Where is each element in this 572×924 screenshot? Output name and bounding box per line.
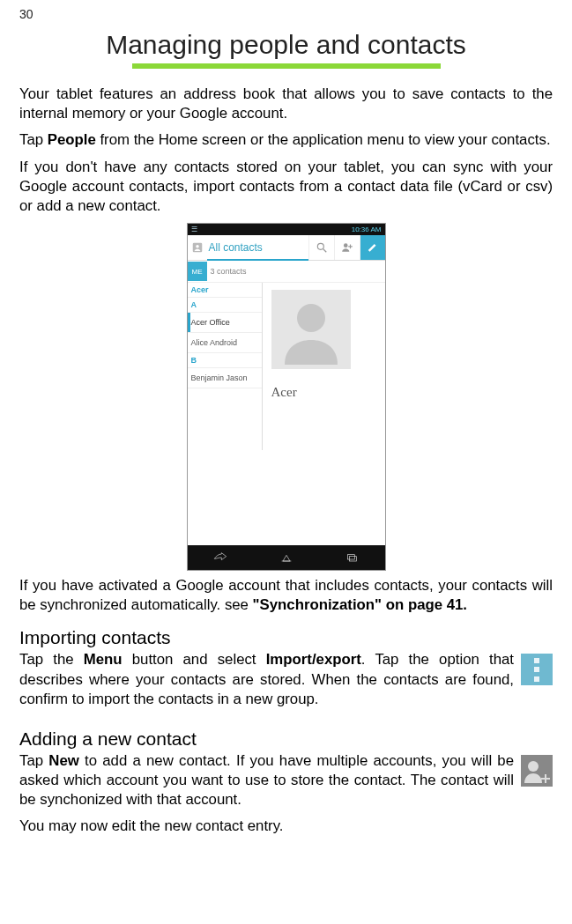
- svg-rect-8: [348, 555, 355, 559]
- title-underline: [132, 63, 441, 69]
- back-button[interactable]: [188, 545, 254, 570]
- contact-list: Acer A Acer Office Alice Android B Benja…: [188, 283, 263, 450]
- svg-line-3: [323, 249, 326, 253]
- contact-name: Acer: [271, 385, 380, 400]
- svg-point-1: [196, 245, 199, 248]
- tab-all-contacts[interactable]: All contacts: [207, 235, 308, 261]
- page-number: 30: [19, 7, 553, 21]
- edit-icon[interactable]: [360, 235, 385, 260]
- status-bar: ☰ 10:36 AM: [188, 224, 385, 235]
- contact-count: 3 contacts: [211, 267, 247, 276]
- text-fragment: from the Home screen or the application …: [96, 131, 551, 148]
- add-paragraph-1: Tap New to add a new contact. If you hav…: [19, 751, 553, 810]
- me-row[interactable]: ME 3 contacts: [188, 261, 385, 283]
- menu-icon: [521, 654, 553, 685]
- add-contact-icon[interactable]: [334, 235, 360, 260]
- text-fragment: button and select: [123, 651, 266, 668]
- text-fragment: Tap the: [19, 651, 84, 668]
- svg-rect-9: [350, 557, 357, 561]
- list-item[interactable]: Acer Office: [188, 313, 262, 333]
- add-contact-large-icon: [521, 755, 553, 787]
- recent-button[interactable]: [319, 545, 385, 570]
- import-export-name: Import/export: [266, 651, 361, 668]
- add-paragraph-2: You may now edit the new contact entry.: [19, 817, 553, 836]
- status-left-icon: ☰: [191, 225, 197, 233]
- list-section-acer: Acer: [188, 283, 262, 298]
- page-title: Managing people and contacts: [19, 30, 553, 60]
- sync-paragraph: If you have activated a Google account t…: [19, 576, 553, 615]
- intro-paragraph-3: If you don't have any contacts stored on…: [19, 158, 553, 217]
- text-fragment: to add a new contact. If you have multip…: [19, 752, 514, 808]
- home-button[interactable]: [253, 545, 319, 570]
- svg-point-4: [343, 243, 347, 248]
- list-section-a: A: [188, 298, 262, 313]
- intro-paragraph-2: Tap People from the Home screen or the a…: [19, 130, 553, 150]
- app-header: All contacts: [188, 235, 385, 261]
- people-app-name: People: [48, 131, 96, 148]
- menu-button-name: Menu: [84, 651, 123, 668]
- list-item[interactable]: Benjamin Jason: [188, 368, 262, 388]
- nav-bar: [188, 545, 385, 570]
- svg-point-7: [297, 304, 325, 332]
- svg-point-10: [528, 761, 539, 772]
- list-section-b: B: [188, 353, 262, 368]
- people-app-screenshot: ☰ 10:36 AM All contacts ME 3 con: [187, 223, 386, 571]
- text-fragment: Tap: [19, 131, 48, 148]
- heading-importing: Importing contacts: [19, 627, 553, 648]
- crossref-synchronization: "Synchronization" on page 41.: [253, 596, 467, 613]
- status-time: 10:36 AM: [352, 225, 382, 233]
- svg-point-2: [317, 243, 323, 249]
- new-button-name: New: [48, 752, 79, 769]
- intro-paragraph-1: Your tablet features an address book tha…: [19, 85, 553, 123]
- contacts-icon[interactable]: [188, 235, 207, 260]
- heading-adding: Adding a new contact: [19, 728, 553, 750]
- avatar[interactable]: [271, 290, 351, 369]
- blank-area: [188, 450, 385, 545]
- list-item[interactable]: Alice Android: [188, 333, 262, 353]
- me-label: ME: [188, 262, 207, 281]
- search-icon[interactable]: [308, 235, 334, 260]
- contact-detail: Acer: [263, 283, 385, 450]
- import-paragraph: Tap the Menu button and select Import/ex…: [19, 650, 553, 709]
- text-fragment: Tap: [19, 752, 48, 769]
